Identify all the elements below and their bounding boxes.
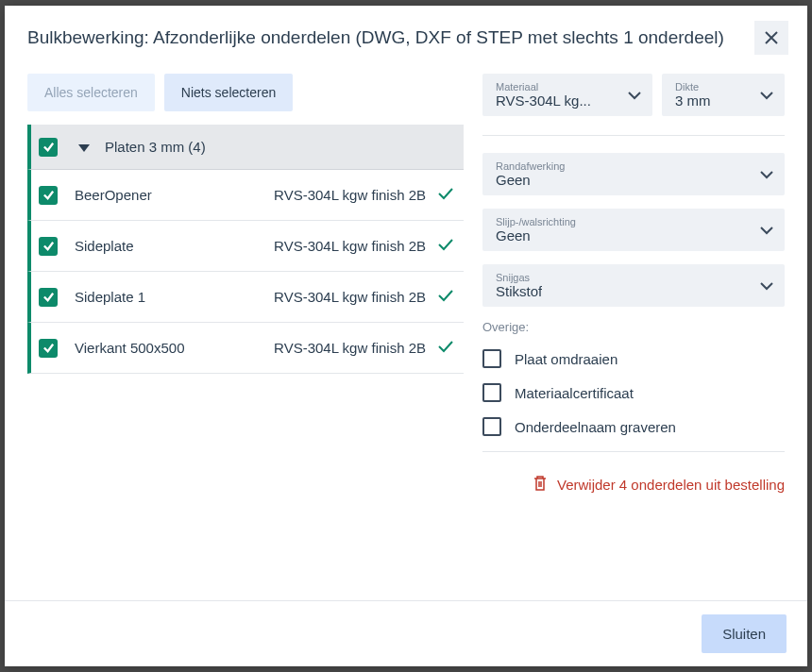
chevron-down-icon: [760, 278, 773, 294]
grind-direction-select[interactable]: Slijp-/walsrichting Geen: [482, 209, 785, 251]
part-name: BeerOpener: [75, 187, 274, 203]
group-header[interactable]: Platen 3 mm (4): [27, 125, 464, 170]
edge-label: Randafwerking: [496, 160, 565, 172]
part-checkbox[interactable]: [39, 288, 58, 307]
material-cert-checkbox[interactable]: [482, 383, 501, 402]
dialog-header: Bulkbewerking: Afzonderlijke onderdelen …: [5, 6, 807, 74]
collapse-toggle[interactable]: [78, 140, 90, 155]
part-row[interactable]: Vierkant 500x500 RVS-304L kgw finish 2B: [27, 323, 464, 374]
select-none-button[interactable]: Niets selecteren: [164, 74, 293, 111]
chevron-down-icon: [753, 88, 773, 103]
part-checkbox[interactable]: [39, 186, 58, 205]
part-row[interactable]: Sideplate RVS-304L kgw finish 2B: [27, 221, 464, 272]
divider: [482, 451, 785, 452]
status-ok-icon: [437, 340, 454, 356]
grind-value: Geen: [496, 227, 576, 244]
material-value: RVS-304L kg...: [496, 92, 591, 109]
close-button[interactable]: Sluiten: [702, 614, 787, 653]
part-name: Vierkant 500x500: [75, 340, 274, 356]
engrave-name-option[interactable]: Onderdeelnaam graveren: [482, 417, 785, 436]
material-cert-label: Materiaalcertificaat: [515, 385, 634, 401]
engrave-name-label: Onderdeelnaam graveren: [515, 419, 676, 435]
flip-plate-option[interactable]: Plaat omdraaien: [482, 349, 785, 368]
caret-down-icon: [78, 144, 90, 152]
dialog-title: Bulkbewerking: Afzonderlijke onderdelen …: [27, 27, 724, 48]
material-cert-option[interactable]: Materiaalcertificaat: [482, 383, 785, 402]
group-title: Platen 3 mm (4): [105, 139, 206, 155]
grind-label: Slijp-/walsrichting: [496, 216, 576, 227]
part-name: Sideplate 1: [75, 289, 274, 305]
checkmark-icon: [42, 342, 55, 354]
select-all-button[interactable]: Alles selecteren: [27, 74, 155, 111]
part-checkbox[interactable]: [39, 339, 58, 358]
part-row[interactable]: BeerOpener RVS-304L kgw finish 2B: [27, 170, 464, 221]
thickness-select[interactable]: Dikte 3 mm: [662, 74, 785, 116]
close-icon-button[interactable]: [754, 21, 788, 55]
chevron-down-icon: [620, 88, 641, 103]
other-options-title: Overige:: [482, 320, 785, 334]
flip-plate-checkbox[interactable]: [482, 349, 501, 368]
status-ok-icon: [437, 187, 454, 203]
status-ok-icon: [437, 289, 454, 305]
part-material: RVS-304L kgw finish 2B: [274, 238, 426, 254]
edge-value: Geen: [496, 172, 565, 188]
material-select[interactable]: Materiaal RVS-304L kg...: [482, 74, 652, 116]
part-name: Sideplate: [75, 238, 274, 254]
gas-label: Snijgas: [496, 272, 542, 283]
close-icon: [764, 30, 779, 45]
selection-buttons: Alles selecteren Niets selecteren: [27, 74, 464, 111]
cutting-gas-select[interactable]: Snijgas Stikstof: [482, 264, 785, 307]
chevron-down-icon: [760, 223, 773, 238]
part-material: RVS-304L kgw finish 2B: [274, 340, 426, 356]
checkmark-icon: [42, 189, 55, 201]
dialog-body: Alles selecteren Niets selecteren Platen…: [5, 74, 807, 600]
part-material: RVS-304L kgw finish 2B: [274, 187, 426, 203]
material-thickness-row: Materiaal RVS-304L kg... Dikte 3 mm: [482, 74, 785, 116]
part-row[interactable]: Sideplate 1 RVS-304L kgw finish 2B: [27, 272, 464, 323]
thickness-value: 3 mm: [675, 92, 711, 109]
parts-column: Alles selecteren Niets selecteren Platen…: [27, 74, 464, 600]
engrave-name-checkbox[interactable]: [482, 417, 501, 436]
edge-finish-select[interactable]: Randafwerking Geen: [482, 153, 785, 195]
material-label: Materiaal: [496, 81, 591, 92]
flip-plate-label: Plaat omdraaien: [515, 351, 617, 367]
dialog-footer: Sluiten: [5, 600, 807, 666]
part-checkbox[interactable]: [39, 237, 58, 256]
divider: [482, 135, 785, 136]
properties-column: Materiaal RVS-304L kg... Dikte 3 mm Rand: [482, 74, 785, 600]
status-ok-icon: [437, 238, 454, 254]
chevron-down-icon: [760, 167, 773, 182]
bulk-edit-dialog: Bulkbewerking: Afzonderlijke onderdelen …: [5, 6, 807, 666]
gas-value: Stikstof: [496, 283, 542, 299]
checkmark-icon: [42, 291, 55, 303]
checkmark-icon: [42, 240, 55, 252]
part-material: RVS-304L kgw finish 2B: [274, 289, 426, 305]
checkmark-icon: [42, 141, 55, 153]
trash-icon: [533, 475, 548, 495]
delete-parts-button[interactable]: Verwijder 4 onderdelen uit bestelling: [482, 475, 785, 495]
group-checkbox[interactable]: [39, 138, 58, 157]
thickness-label: Dikte: [675, 81, 711, 92]
delete-parts-label: Verwijder 4 onderdelen uit bestelling: [557, 477, 785, 493]
